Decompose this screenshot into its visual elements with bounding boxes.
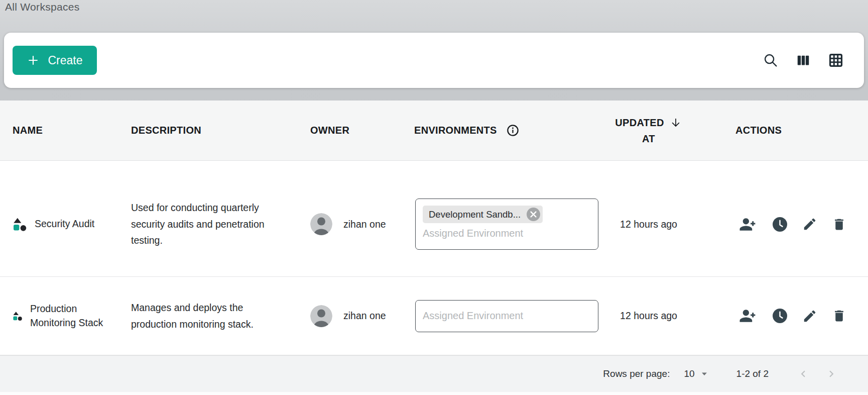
rows-per-page-value: 10 (684, 368, 694, 379)
toolbar: Create (4, 33, 864, 88)
owner-name: zihan one (343, 219, 386, 230)
avatar (310, 305, 332, 327)
search-icon (763, 52, 779, 68)
delete-button[interactable] (832, 309, 846, 323)
column-header-owner[interactable]: OWNER (310, 101, 349, 160)
updated-at-header-line1: UPDATED (615, 117, 664, 129)
grid-view-button[interactable] (827, 51, 845, 69)
history-button[interactable] (772, 217, 788, 232)
environment-chip: Development Sandb... (423, 206, 543, 223)
column-header-name[interactable]: NAME (13, 101, 43, 160)
plus-icon (27, 54, 40, 67)
environments-select[interactable]: Development Sandb... Assigned Environmen… (415, 199, 598, 250)
workspace-icon (13, 217, 27, 232)
workspace-icon (13, 311, 23, 321)
trash-icon (832, 309, 846, 323)
environment-chip-label: Development Sandb... (429, 209, 521, 220)
chevron-down-icon (700, 370, 708, 378)
pencil-icon (802, 309, 817, 324)
add-user-button[interactable] (739, 307, 758, 325)
workspace-name: Security Audit (35, 217, 116, 231)
workspace-name: Production Monitoring Stack (30, 302, 111, 330)
avatar (310, 213, 332, 235)
table-row: Production Monitoring Stack Manages and … (0, 277, 868, 355)
column-header-description[interactable]: DESCRIPTION (131, 101, 201, 160)
create-button[interactable]: Create (13, 46, 97, 75)
rows-per-page-select[interactable]: 10 (684, 368, 708, 379)
create-button-label: Create (48, 54, 82, 67)
chevron-left-icon (797, 367, 810, 380)
chip-remove-button[interactable] (527, 208, 540, 221)
environments-placeholder: Assigned Environment (423, 310, 523, 322)
workspaces-table: NAME DESCRIPTION OWNER ENVIRONMENTS UPDA… (0, 101, 868, 355)
trash-icon (832, 217, 846, 232)
updated-at: 12 hours ago (598, 277, 699, 355)
close-icon (530, 211, 537, 218)
chevron-right-icon (825, 367, 838, 380)
column-view-button[interactable] (795, 52, 812, 69)
add-user-icon (739, 215, 758, 234)
table-row: Security Audit Used for conducting quart… (0, 161, 868, 277)
page-range: 1-2 of 2 (736, 368, 769, 379)
delete-button[interactable] (832, 217, 846, 232)
add-user-button[interactable] (739, 215, 758, 234)
workspaces-page: All Workspaces Create (0, 0, 868, 395)
environments-select[interactable]: Assigned Environment (415, 300, 598, 332)
grid-view-icon (828, 52, 844, 68)
workspace-description: Used for conducting quarterly security a… (131, 161, 289, 276)
clock-icon (772, 217, 788, 232)
column-header-updated-at[interactable]: UPDATED AT (598, 101, 699, 160)
column-header-actions: ACTIONS (735, 101, 782, 160)
edit-button[interactable] (802, 309, 817, 324)
table-header-row: NAME DESCRIPTION OWNER ENVIRONMENTS UPDA… (0, 101, 868, 161)
toolbar-icon-group (762, 33, 845, 88)
environments-header-label: ENVIRONMENTS (414, 125, 497, 136)
add-user-icon (739, 307, 758, 325)
sort-desc-icon[interactable] (669, 116, 682, 129)
info-icon[interactable] (506, 124, 520, 137)
rows-per-page-label: Rows per page: (603, 368, 670, 379)
updated-at-header-line2: AT (642, 133, 655, 145)
bottom-strip (0, 392, 868, 395)
edit-button[interactable] (802, 217, 817, 232)
environments-placeholder: Assigned Environment (423, 228, 591, 239)
table-pagination: Rows per page: 10 1-2 of 2 (0, 355, 868, 392)
pencil-icon (802, 217, 817, 232)
page-title: All Workspaces (5, 1, 80, 13)
owner-name: zihan one (343, 310, 386, 322)
workspace-description: Manages and deploys the production monit… (131, 277, 289, 355)
next-page-button[interactable] (823, 365, 840, 382)
history-button[interactable] (772, 308, 788, 324)
column-header-environments[interactable]: ENVIRONMENTS (414, 101, 520, 160)
clock-icon (772, 308, 788, 324)
search-button[interactable] (762, 51, 780, 69)
updated-at: 12 hours ago (598, 161, 699, 276)
prev-page-button[interactable] (795, 365, 812, 382)
view-column-icon (796, 53, 811, 68)
